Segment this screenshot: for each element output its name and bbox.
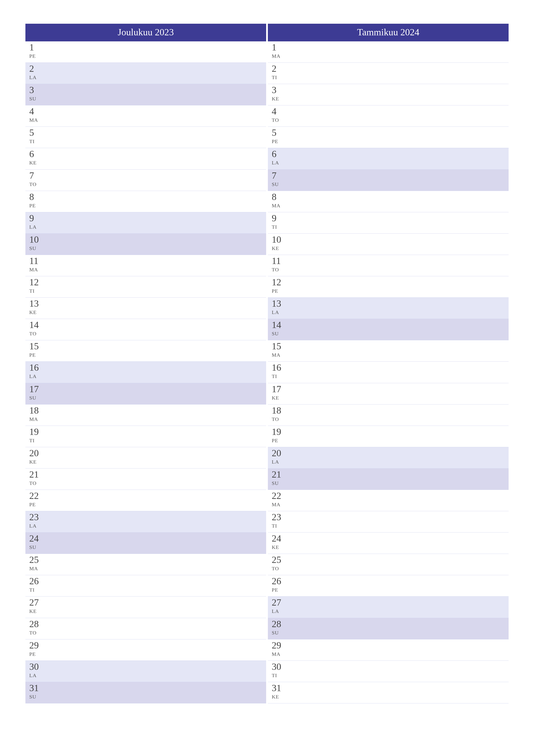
day-cell[interactable]: 20LA bbox=[268, 447, 509, 469]
day-cell[interactable]: 15MA bbox=[268, 340, 509, 362]
day-weekday: SU bbox=[29, 694, 266, 699]
days-list: 1PE2LA3SU4MA5TI6KE7TO8PE9LA10SU11MA12TI1… bbox=[25, 41, 266, 703]
day-cell[interactable]: 29MA bbox=[268, 639, 509, 661]
day-number: 10 bbox=[29, 235, 266, 244]
day-cell[interactable]: 30TI bbox=[268, 661, 509, 682]
day-cell[interactable]: 6LA bbox=[268, 148, 509, 169]
day-cell[interactable]: 3SU bbox=[25, 84, 266, 105]
day-number: 8 bbox=[29, 192, 266, 202]
day-cell[interactable]: 6KE bbox=[25, 148, 266, 169]
day-cell[interactable]: 26TI bbox=[25, 575, 266, 597]
day-cell[interactable]: 10SU bbox=[25, 233, 266, 255]
day-weekday: LA bbox=[272, 459, 509, 464]
day-number: 31 bbox=[29, 683, 266, 693]
day-cell[interactable]: 2TI bbox=[268, 63, 509, 84]
day-weekday: KE bbox=[272, 694, 509, 699]
day-cell[interactable]: 10KE bbox=[268, 233, 509, 255]
day-cell[interactable]: 16LA bbox=[25, 362, 266, 383]
day-cell[interactable]: 14SU bbox=[268, 319, 509, 340]
day-cell[interactable]: 18TO bbox=[268, 405, 509, 426]
day-number: 1 bbox=[272, 43, 509, 52]
day-cell[interactable]: 21SU bbox=[268, 469, 509, 490]
day-cell[interactable]: 19TI bbox=[25, 426, 266, 447]
day-cell[interactable]: 28TO bbox=[25, 618, 266, 639]
day-cell[interactable]: 11MA bbox=[25, 255, 266, 276]
day-weekday: MA bbox=[272, 203, 509, 208]
day-cell[interactable]: 8MA bbox=[268, 191, 509, 212]
day-cell[interactable]: 2LA bbox=[25, 63, 266, 84]
day-number: 10 bbox=[272, 235, 509, 244]
day-number: 19 bbox=[272, 427, 509, 437]
day-cell[interactable]: 13LA bbox=[268, 298, 509, 319]
day-cell[interactable]: 11TO bbox=[268, 255, 509, 276]
day-cell[interactable]: 25MA bbox=[25, 554, 266, 575]
day-cell[interactable]: 1MA bbox=[268, 41, 509, 63]
day-cell[interactable]: 27LA bbox=[268, 597, 509, 618]
day-cell[interactable]: 28SU bbox=[268, 618, 509, 639]
day-cell[interactable]: 19PE bbox=[268, 426, 509, 447]
day-cell[interactable]: 9TI bbox=[268, 212, 509, 233]
day-weekday: MA bbox=[272, 502, 509, 507]
day-number: 3 bbox=[272, 85, 509, 95]
day-number: 14 bbox=[272, 320, 509, 330]
day-cell[interactable]: 12PE bbox=[268, 276, 509, 298]
day-number: 22 bbox=[29, 491, 266, 500]
day-cell[interactable]: 23TI bbox=[268, 511, 509, 532]
day-cell[interactable]: 7TO bbox=[25, 170, 266, 191]
day-cell[interactable]: 4MA bbox=[25, 105, 266, 127]
day-weekday: KE bbox=[272, 246, 509, 251]
day-cell[interactable]: 9LA bbox=[25, 212, 266, 233]
day-weekday: TI bbox=[272, 75, 509, 80]
day-number: 6 bbox=[29, 149, 266, 159]
day-cell[interactable]: 30LA bbox=[25, 661, 266, 682]
day-weekday: TI bbox=[272, 224, 509, 230]
day-cell[interactable]: 3KE bbox=[268, 84, 509, 105]
day-cell[interactable]: 7SU bbox=[268, 170, 509, 191]
day-cell[interactable]: 17KE bbox=[268, 383, 509, 405]
day-weekday: PE bbox=[29, 652, 266, 657]
day-number: 2 bbox=[29, 64, 266, 73]
day-number: 28 bbox=[272, 619, 509, 629]
day-cell[interactable]: 16TI bbox=[268, 362, 509, 383]
day-cell[interactable]: 29PE bbox=[25, 639, 266, 661]
day-cell[interactable]: 15PE bbox=[25, 340, 266, 362]
day-cell[interactable]: 31KE bbox=[268, 682, 509, 703]
day-cell[interactable]: 21TO bbox=[25, 469, 266, 490]
day-weekday: TI bbox=[272, 374, 509, 379]
day-weekday: LA bbox=[29, 523, 266, 528]
day-number: 24 bbox=[272, 534, 509, 543]
day-weekday: SU bbox=[272, 481, 509, 486]
day-cell[interactable]: 17SU bbox=[25, 383, 266, 405]
day-cell[interactable]: 27KE bbox=[25, 597, 266, 618]
day-cell[interactable]: 14TO bbox=[25, 319, 266, 340]
day-cell[interactable]: 24KE bbox=[268, 532, 509, 554]
day-weekday: TO bbox=[29, 331, 266, 336]
day-cell[interactable]: 23LA bbox=[25, 511, 266, 532]
day-weekday: LA bbox=[272, 160, 509, 165]
day-cell[interactable]: 12TI bbox=[25, 276, 266, 298]
day-cell[interactable]: 5TI bbox=[25, 127, 266, 148]
day-number: 15 bbox=[29, 341, 266, 351]
day-cell[interactable]: 25TO bbox=[268, 554, 509, 575]
day-cell[interactable]: 18MA bbox=[25, 405, 266, 426]
day-cell[interactable]: 1PE bbox=[25, 41, 266, 63]
day-cell[interactable]: 20KE bbox=[25, 447, 266, 469]
day-weekday: TO bbox=[29, 630, 266, 635]
day-weekday: TO bbox=[29, 182, 266, 187]
day-number: 21 bbox=[272, 470, 509, 479]
day-cell[interactable]: 22MA bbox=[268, 490, 509, 511]
day-cell[interactable]: 26PE bbox=[268, 575, 509, 597]
day-cell[interactable]: 13KE bbox=[25, 298, 266, 319]
month-column-left: Joulukuu 2023 1PE2LA3SU4MA5TI6KE7TO8PE9L… bbox=[25, 24, 266, 703]
day-cell[interactable]: 4TO bbox=[268, 105, 509, 127]
days-list: 1MA2TI3KE4TO5PE6LA7SU8MA9TI10KE11TO12PE1… bbox=[268, 41, 509, 703]
day-cell[interactable]: 24SU bbox=[25, 532, 266, 554]
day-weekday: MA bbox=[29, 118, 266, 122]
month-header: Tammikuu 2024 bbox=[268, 24, 509, 41]
day-cell[interactable]: 31SU bbox=[25, 682, 266, 703]
day-cell[interactable]: 22PE bbox=[25, 490, 266, 511]
day-cell[interactable]: 5PE bbox=[268, 127, 509, 148]
day-number: 16 bbox=[272, 363, 509, 372]
day-number: 27 bbox=[29, 598, 266, 607]
day-cell[interactable]: 8PE bbox=[25, 191, 266, 212]
